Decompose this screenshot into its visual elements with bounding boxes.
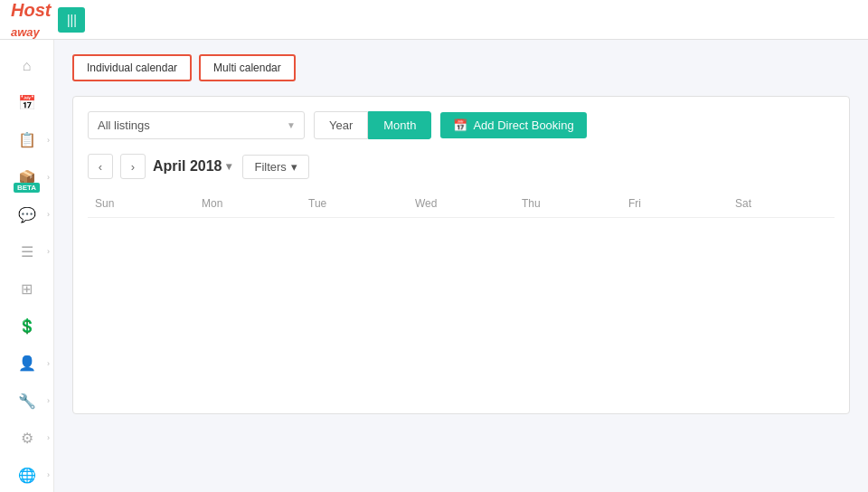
sidebar-item-guests[interactable]: 👤 › [0, 346, 53, 380]
chevron-icon: › [47, 136, 50, 145]
sidebar: ⌂ 📅 📋 › 📦 › BETA 💬 › ☰ › ⊞ 💲 👤 [0, 40, 54, 492]
chevron-icon: › [47, 247, 50, 256]
sidebar-item-bookings[interactable]: 📋 › [0, 123, 53, 156]
sidebar-item-columns[interactable]: ⊞ [0, 272, 53, 306]
chevron-icon: › [47, 359, 50, 368]
sidebar-item-home[interactable]: ⌂ [0, 49, 53, 82]
sidebar-item-listings[interactable]: ☰ › [0, 235, 53, 269]
filters-label: Filters [254, 160, 286, 174]
day-header-thu: Thu [514, 190, 621, 217]
month-dropdown-icon: ▾ [226, 160, 231, 173]
settings-icon: ⚙ [21, 430, 33, 447]
sidebar-item-globe[interactable]: 🌐 › [0, 459, 53, 492]
listings-select[interactable]: All listings [88, 111, 305, 139]
logo: Hostaway ||| [11, 0, 85, 40]
next-month-button[interactable]: › [120, 154, 146, 179]
chevron-icon: › [47, 210, 50, 219]
toolbar-row: All listings Year Month 📅 Add Direct Boo… [88, 111, 835, 139]
logo-text: Hostaway [11, 0, 51, 40]
calendar-icon: 📅 [18, 94, 36, 111]
day-header-mon: Mon [194, 190, 301, 217]
listings-select-wrapper: All listings [88, 111, 305, 139]
chevron-icon: › [47, 173, 50, 182]
view-year-button[interactable]: Year [314, 111, 368, 139]
sidebar-item-beta[interactable]: 📦 › BETA [0, 161, 53, 194]
home-icon: ⌂ [23, 58, 32, 74]
chevron-icon: › [47, 396, 50, 405]
calendar-container: All listings Year Month 📅 Add Direct Boo… [72, 96, 850, 414]
sidebar-item-payments[interactable]: 💲 [0, 309, 53, 343]
filters-button[interactable]: Filters ▾ [242, 155, 308, 179]
month-title-text: April 2018 [153, 158, 222, 175]
bookings-icon: 📋 [18, 131, 36, 148]
globe-icon: 🌐 [18, 467, 36, 484]
calendar-nav-row: ‹ › April 2018 ▾ Filters ▾ [88, 154, 835, 179]
content-area: Individual calendar Multi calendar All l… [54, 40, 868, 492]
day-header-fri: Fri [621, 190, 728, 217]
day-header-sat: Sat [728, 190, 835, 217]
main-layout: ⌂ 📅 📋 › 📦 › BETA 💬 › ☰ › ⊞ 💲 👤 [0, 40, 868, 492]
topbar: Hostaway ||| [0, 0, 868, 40]
beta-badge: BETA [14, 183, 40, 193]
add-booking-label: Add Direct Booking [473, 118, 573, 132]
chevron-icon: › [47, 433, 50, 442]
calendar-tabs: Individual calendar Multi calendar [72, 54, 850, 81]
menu-button[interactable]: ||| [58, 7, 85, 33]
columns-icon: ⊞ [21, 280, 33, 298]
tools-icon: 🔧 [18, 393, 36, 410]
payments-icon: 💲 [18, 317, 36, 335]
sidebar-item-tools[interactable]: 🔧 › [0, 384, 53, 418]
sidebar-item-settings[interactable]: ⚙ › [0, 421, 53, 455]
sidebar-item-calendar[interactable]: 📅 [0, 86, 53, 119]
day-header-tue: Tue [301, 190, 408, 217]
filters-chevron-icon: ▾ [291, 160, 297, 174]
tab-multi-calendar[interactable]: Multi calendar [199, 54, 296, 81]
chevron-icon: › [47, 470, 50, 479]
tab-individual-calendar[interactable]: Individual calendar [72, 54, 192, 81]
calendar-body [88, 218, 835, 399]
day-header-wed: Wed [408, 190, 514, 217]
sidebar-item-messages[interactable]: 💬 › [0, 198, 53, 232]
day-header-sun: Sun [88, 190, 194, 217]
view-month-button[interactable]: Month [368, 111, 431, 139]
month-title[interactable]: April 2018 ▾ [153, 158, 231, 175]
prev-month-button[interactable]: ‹ [88, 154, 113, 179]
calendar-add-icon: 📅 [453, 118, 467, 132]
messages-icon: 💬 [18, 206, 36, 223]
list-icon: ☰ [21, 243, 33, 260]
guests-icon: 👤 [18, 355, 36, 372]
calendar-days-header: Sun Mon Tue Wed Thu Fri Sat [88, 190, 835, 218]
add-direct-booking-button[interactable]: 📅 Add Direct Booking [440, 112, 586, 138]
view-buttons: Year Month [314, 111, 431, 139]
